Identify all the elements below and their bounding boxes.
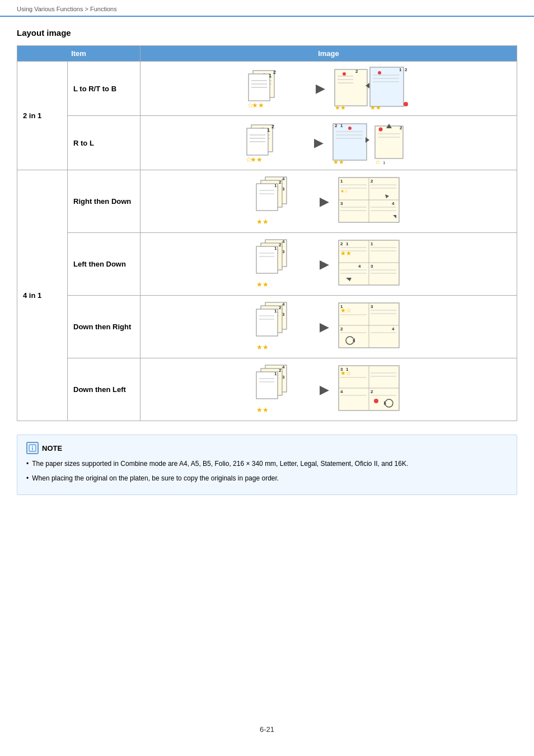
svg-text:★★: ★★ xyxy=(340,250,352,256)
svg-text:4: 4 xyxy=(340,389,343,394)
item-name-downleft: Down then Left xyxy=(68,358,140,421)
svg-text:2: 2 xyxy=(335,123,338,128)
svg-point-26 xyxy=(378,71,381,74)
svg-point-18 xyxy=(343,72,346,76)
svg-text:1: 1 xyxy=(274,371,277,376)
note-item-1: • The paper sizes supported in Combine m… xyxy=(26,459,508,469)
note-icon xyxy=(26,442,39,454)
svg-text:2: 2 xyxy=(279,305,282,310)
svg-text:2: 2 xyxy=(279,180,282,185)
table-row: 2 in 1 L to R/T to B 2 xyxy=(17,62,517,116)
svg-text:4: 4 xyxy=(392,201,395,206)
arrow-icon: ▶ xyxy=(320,320,329,334)
table-row: 4 in 1 Right then Down 4 3 2 xyxy=(17,170,517,233)
svg-rect-20 xyxy=(370,67,404,106)
page-footer: 6-21 xyxy=(0,714,534,745)
svg-text:3: 3 xyxy=(282,249,285,254)
svg-text:★☆: ★☆ xyxy=(340,189,348,194)
svg-text:★☆: ★☆ xyxy=(340,307,352,314)
svg-text:4: 4 xyxy=(358,264,361,269)
svg-point-185 xyxy=(374,399,378,403)
svg-text:★☆: ★☆ xyxy=(340,370,352,376)
svg-text:★★: ★★ xyxy=(370,104,381,111)
note-label: NOTE xyxy=(42,444,62,452)
group-label-4in1: 4 in 1 xyxy=(17,170,68,421)
svg-text:1: 1 xyxy=(383,160,386,165)
svg-text:3: 3 xyxy=(282,375,285,380)
svg-text:4: 4 xyxy=(282,176,285,181)
svg-text:4: 4 xyxy=(282,302,285,307)
svg-text:1: 1 xyxy=(274,246,277,251)
svg-text:3: 3 xyxy=(282,312,285,317)
svg-text:★★: ★★ xyxy=(256,281,269,288)
svg-text:★★: ★★ xyxy=(256,218,269,226)
svg-text:1: 1 xyxy=(371,241,373,246)
note-header: NOTE xyxy=(26,442,508,454)
layout-table: Item Image 2 in 1 L to R/T to B xyxy=(17,45,517,421)
table-row: Down then Left 4 3 2 xyxy=(17,358,517,421)
svg-text:2: 2 xyxy=(371,389,373,394)
arrow-icon: ▶ xyxy=(320,257,329,272)
svg-text:★★: ★★ xyxy=(256,343,269,351)
svg-point-49 xyxy=(348,127,352,130)
svg-text:1: 1 xyxy=(267,127,270,133)
svg-text:☆: ☆ xyxy=(247,101,254,109)
svg-text:☆: ☆ xyxy=(246,156,252,164)
svg-text:★★: ★★ xyxy=(252,101,264,109)
svg-text:★★: ★★ xyxy=(250,156,263,164)
svg-text:1: 1 xyxy=(399,67,402,72)
table-row: Left then Down 4 3 2 xyxy=(17,233,517,296)
diagram-2in1-rtol: 2 ★★ 1 ☆ ▶ xyxy=(140,116,517,170)
svg-text:2: 2 xyxy=(405,67,407,72)
svg-text:2: 2 xyxy=(371,179,373,184)
svg-text:2: 2 xyxy=(273,69,276,75)
item-name-rightdown: Right then Down xyxy=(68,170,140,233)
diagram-4in1-downright: 4 3 2 1 ★ xyxy=(140,296,517,358)
diagram-4in1-rightdown: 4 3 2 1 ★ xyxy=(140,170,517,233)
arrow-icon: ▶ xyxy=(314,136,324,150)
page-title: Layout image xyxy=(17,28,517,38)
svg-text:2: 2 xyxy=(355,69,358,74)
diagram-2in1-ltor: 2 ★★ 1 ☆ xyxy=(140,62,517,116)
svg-marker-50 xyxy=(366,137,369,143)
svg-point-56 xyxy=(379,128,383,132)
svg-text:1: 1 xyxy=(340,123,343,128)
svg-text:1: 1 xyxy=(274,183,277,188)
svg-rect-13 xyxy=(335,69,367,106)
breadcrumb: Using Various Functions > Functions xyxy=(0,0,534,17)
svg-text:2: 2 xyxy=(279,368,282,373)
table-row: Down then Right 4 3 2 xyxy=(17,296,517,358)
svg-text:2: 2 xyxy=(340,241,343,246)
arrow-icon: ▶ xyxy=(316,81,325,96)
svg-text:3: 3 xyxy=(371,304,373,309)
svg-text:1: 1 xyxy=(340,179,343,184)
svg-text:2: 2 xyxy=(340,326,343,332)
svg-text:★★: ★★ xyxy=(335,104,346,111)
svg-rect-52 xyxy=(375,126,403,158)
note-section: NOTE • The paper sizes supported in Comb… xyxy=(17,435,517,495)
svg-text:1: 1 xyxy=(269,73,271,78)
diagram-4in1-downleft: 4 3 2 1 ★ xyxy=(140,358,517,421)
col-image-header: Image xyxy=(140,46,517,62)
item-name-downright: Down then Right xyxy=(68,296,140,358)
item-name-ltor: L to R/T to B xyxy=(68,62,140,116)
svg-text:1: 1 xyxy=(346,241,349,246)
svg-text:3: 3 xyxy=(340,201,343,206)
svg-text:2: 2 xyxy=(279,242,282,248)
svg-text:4: 4 xyxy=(282,365,285,370)
arrow-icon: ▶ xyxy=(320,194,329,209)
svg-text:4: 4 xyxy=(392,326,395,332)
col-item-header: Item xyxy=(17,46,140,62)
svg-text:3: 3 xyxy=(371,264,373,269)
note-item-2: • When placing the original on the plate… xyxy=(26,473,508,483)
svg-point-188 xyxy=(32,446,33,447)
group-label-2in1: 2 in 1 xyxy=(17,62,68,170)
svg-text:1: 1 xyxy=(274,309,277,314)
svg-text:2: 2 xyxy=(400,125,402,130)
svg-text:★★: ★★ xyxy=(256,406,269,414)
table-row: R to L 2 ★★ xyxy=(17,116,517,170)
svg-text:2: 2 xyxy=(271,124,274,129)
item-name-leftdown: Left then Down xyxy=(68,233,140,296)
svg-text:3: 3 xyxy=(282,186,285,192)
svg-text:☆: ☆ xyxy=(375,158,381,165)
